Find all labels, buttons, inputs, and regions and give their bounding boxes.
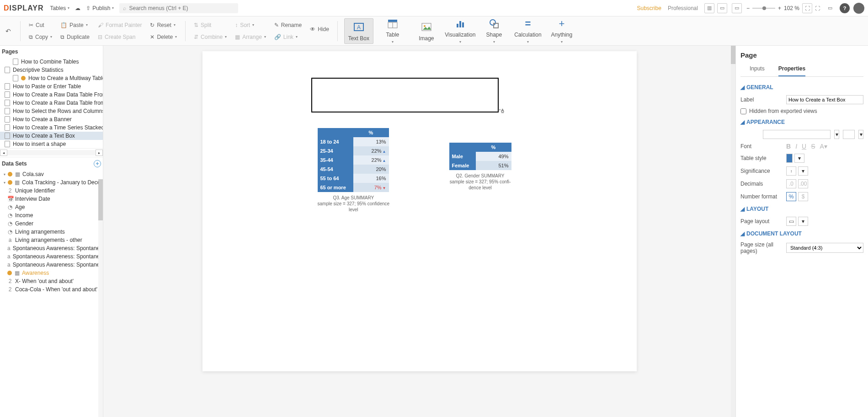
significance-dd[interactable]: ▾: [798, 166, 808, 176]
dataset-item[interactable]: aLiving arrangements - other: [0, 236, 103, 244]
paste-button[interactable]: 📋Paste▾: [59, 21, 91, 29]
scroll-right-icon[interactable]: ▸: [96, 150, 103, 156]
search-box[interactable]: ⌕: [119, 3, 238, 13]
underline-icon[interactable]: U: [802, 143, 806, 150]
page-layout-dd[interactable]: ▾: [798, 217, 808, 226]
dataset-item[interactable]: ◔Age: [0, 203, 103, 211]
decimals-dec[interactable]: .0: [786, 179, 796, 188]
page-layout-select[interactable]: ▭: [786, 217, 796, 226]
pct-format[interactable]: %: [786, 192, 796, 201]
tables-menu[interactable]: Tables▾: [50, 5, 69, 11]
insert-anything[interactable]: + Anything▾: [547, 18, 576, 44]
page-item[interactable]: Descriptive Statistics: [0, 66, 103, 74]
duplicate-button[interactable]: ⧉Duplicate: [59, 33, 91, 41]
page-item[interactable]: How to Create a Time Series Stacked by Y: [0, 123, 103, 132]
section-appearance[interactable]: ◢APPEARANCE: [740, 116, 863, 128]
page-item[interactable]: How to Create a Multiway Table: [0, 74, 103, 82]
zoom-fit-icon[interactable]: ⛶: [802, 3, 812, 13]
insert-image[interactable]: Image: [412, 18, 441, 44]
font-size-up[interactable]: ▾: [858, 130, 863, 139]
dataset-item[interactable]: 2Unique Identifier: [0, 187, 103, 195]
table-style-dd[interactable]: ▾: [794, 154, 804, 163]
subscribe-link[interactable]: Subscribe: [637, 5, 661, 11]
bold-icon[interactable]: B: [786, 143, 791, 150]
page-item[interactable]: How to Paste or Enter Table: [0, 82, 103, 91]
slideshow-icon[interactable]: ▭: [825, 3, 835, 13]
cut-button[interactable]: ✂Cut: [27, 21, 54, 29]
dataset-item[interactable]: aSpontaneous Awareness: Spontaneou: [0, 244, 103, 252]
fullscreen-icon[interactable]: ⛶: [812, 3, 822, 13]
strike-icon[interactable]: S: [811, 143, 815, 150]
reset-button[interactable]: ↻Reset▾: [148, 21, 179, 29]
insert-shape[interactable]: Shape▾: [479, 18, 509, 44]
font-size-down[interactable]: ▾: [834, 130, 839, 139]
currency-format[interactable]: $: [798, 192, 808, 201]
datasets-scrollbar[interactable]: [98, 179, 103, 417]
user-avatar[interactable]: [853, 3, 864, 14]
font-size-input[interactable]: [843, 130, 855, 139]
page-item[interactable]: How to Select the Rows and Columns to A: [0, 107, 103, 115]
zoom-out-icon[interactable]: −: [746, 5, 750, 11]
page-item[interactable]: How to Create a Raw Data Table From a V: [0, 91, 103, 99]
insert-text-box[interactable]: A Text Box: [344, 18, 373, 44]
dataset-item[interactable]: ▦Awareness: [0, 269, 103, 277]
view-mode-icon[interactable]: ▭: [732, 3, 742, 13]
significance-select[interactable]: ↕: [786, 166, 796, 176]
dataset-item[interactable]: 📅Interview Date: [0, 195, 103, 203]
section-layout[interactable]: ◢LAYOUT: [740, 203, 863, 215]
section-document-layout[interactable]: ◢DOCUMENT LAYOUT: [740, 228, 863, 240]
label-input[interactable]: [786, 95, 863, 104]
help-icon[interactable]: ?: [840, 3, 850, 13]
dataset-item[interactable]: ◔Gender: [0, 219, 103, 228]
hide-button[interactable]: 👁Hide: [308, 25, 331, 33]
page-item[interactable]: How to insert a shape: [0, 140, 103, 148]
copy-button[interactable]: ⧉Copy▾: [27, 33, 54, 41]
undo-button[interactable]: ↶: [3, 27, 14, 35]
insert-calculation[interactable]: = Calculation▾: [513, 18, 543, 44]
delete-button[interactable]: ✕Delete▾: [148, 33, 179, 41]
dataset-item[interactable]: aSpontaneous Awareness: Spontaneou: [0, 252, 103, 261]
font-color-icon[interactable]: A▾: [820, 143, 827, 150]
zoom-control[interactable]: − + 102 % ⛶: [746, 3, 812, 13]
dataset-item[interactable]: 2Coca-Cola - When 'out and about': [0, 285, 103, 294]
zoom-slider[interactable]: [752, 8, 775, 9]
font-family-input[interactable]: [763, 130, 831, 139]
dataset-item[interactable]: 2X- When 'out and about': [0, 277, 103, 285]
page-item[interactable]: How to Create a Raw Data Table from Var: [0, 99, 103, 107]
insert-table[interactable]: Table▾: [378, 18, 407, 44]
pages-hscroll[interactable]: ◂ ▸: [0, 148, 103, 157]
zoom-in-icon[interactable]: +: [778, 5, 781, 11]
section-general[interactable]: ◢GENERAL: [740, 81, 863, 93]
age-table[interactable]: % 18 to 2413%25-3422%▲35-4422%▲45-5420%5…: [318, 128, 390, 213]
italic-icon[interactable]: I: [795, 143, 797, 150]
layout-panels-icon[interactable]: ▥: [704, 3, 714, 13]
insert-visualization[interactable]: Visualization▾: [446, 18, 475, 44]
gender-table[interactable]: % Male49%Female51% Q2. Gender SUMMARY sa…: [449, 143, 511, 191]
decimals-inc[interactable]: .00: [798, 179, 808, 188]
expand-icon[interactable]: ▾: [4, 172, 5, 176]
page-size-select[interactable]: Standard (4:3): [786, 243, 863, 253]
dataset-item[interactable]: ▾▦Cola.sav: [0, 170, 103, 178]
scroll-left-icon[interactable]: ◂: [0, 150, 7, 156]
dataset-item[interactable]: ▾▦Cola Tracking - January to December.: [0, 178, 103, 187]
rename-button[interactable]: ✎Rename: [272, 21, 304, 29]
layout-single-icon[interactable]: ▭: [717, 3, 727, 13]
canvas-area[interactable]: ⁺A̲ % 18 to 2413%25-3422%▲35-4422%▲45-54…: [103, 46, 735, 417]
search-input[interactable]: [129, 5, 234, 11]
page-item[interactable]: How to Combine Tables: [0, 58, 103, 66]
expand-icon[interactable]: ▾: [4, 181, 5, 185]
tab-inputs[interactable]: Inputs: [750, 64, 765, 76]
publish-menu[interactable]: ⇧Publish▾: [86, 5, 114, 11]
tab-properties[interactable]: Properties: [778, 64, 805, 76]
text-box-element[interactable]: [311, 78, 499, 112]
page-item[interactable]: How to Create a Text Box: [0, 132, 103, 140]
canvas-scrollbar[interactable]: [731, 46, 735, 417]
dataset-item[interactable]: ◔Income: [0, 211, 103, 219]
table-style-select[interactable]: [786, 154, 793, 163]
cloud-icon[interactable]: ☁: [75, 5, 80, 11]
dataset-item[interactable]: ◔Living arrangements: [0, 228, 103, 236]
hidden-checkbox[interactable]: Hidden from exported views: [740, 106, 863, 116]
page-canvas[interactable]: ⁺A̲ % 18 to 2413%25-3422%▲35-4422%▲45-54…: [202, 51, 637, 371]
add-dataset-button[interactable]: +: [94, 160, 101, 167]
page-item[interactable]: How to Create a Banner: [0, 115, 103, 123]
